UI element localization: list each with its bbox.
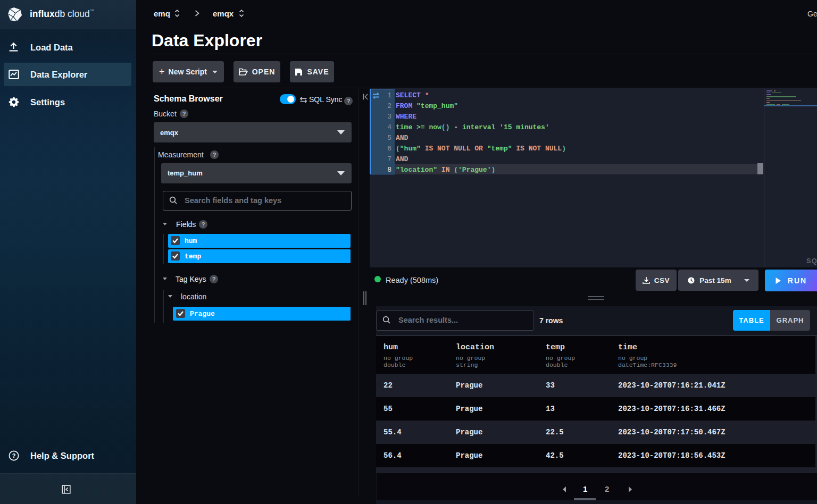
svg-text:?: ? xyxy=(12,452,16,459)
